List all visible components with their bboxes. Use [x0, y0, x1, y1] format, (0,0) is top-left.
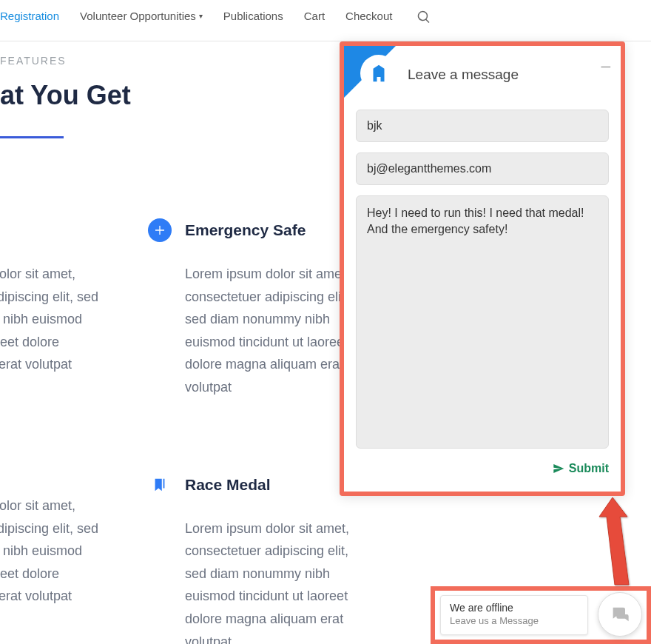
chat-footer: Submit [344, 452, 621, 486]
chat-body [344, 104, 621, 452]
feature-emergency: Emergency Safe Lorem ipsum dolor sit ame… [148, 218, 370, 399]
annotation-arrow [590, 497, 642, 597]
feature-col-right: Emergency Safe Lorem ipsum dolor sit ame… [148, 218, 370, 644]
bookmark-icon [148, 473, 172, 497]
chat-message-textarea[interactable] [356, 195, 609, 449]
feature-body: Lorem ipsum dolor sit amet, consectetuer… [185, 517, 370, 644]
feature-shirt: shirt psum dolor sit amet, etuer adipisc… [0, 450, 104, 608]
minimize-icon[interactable]: _ [601, 56, 610, 64]
nav-checkout[interactable]: Checkout [345, 10, 392, 22]
chat-header: Leave a message _ [344, 46, 621, 104]
feature-title: g App [0, 218, 98, 239]
offline-sub: Leave us a Message [450, 615, 579, 626]
feature-body: psum dolor sit amet, etuer adipiscing el… [0, 494, 98, 608]
feature-col-left: g App psum dolor sit amet, etuer adipisc… [0, 218, 104, 644]
chat-name-input[interactable] [356, 110, 609, 142]
nav-volunteer[interactable]: Volunteer Opportunities ▾ [80, 10, 203, 22]
top-nav: Registration Volunteer Opportunities ▾ P… [0, 0, 651, 41]
feature-body: psum dolor sit amet, etuer adipiscing el… [0, 263, 98, 376]
search-icon[interactable] [417, 10, 429, 22]
feature-app: g App psum dolor sit amet, etuer adipisc… [0, 218, 104, 376]
title-underline [0, 136, 64, 138]
submit-button[interactable]: Submit [553, 462, 609, 475]
nav-registration[interactable]: Registration [0, 10, 59, 22]
chat-email-input[interactable] [356, 152, 609, 185]
chat-title: Leave a message [408, 67, 519, 83]
chevron-down-icon: ▾ [199, 12, 203, 20]
feature-title: shirt [0, 450, 98, 471]
plus-icon [148, 218, 172, 242]
paper-plane-icon [553, 463, 564, 474]
chat-bubbles-icon [610, 604, 630, 625]
submit-label: Submit [569, 462, 609, 475]
building-icon [360, 55, 397, 92]
feature-medal: Race Medal Lorem ipsum dolor sit amet, c… [148, 473, 370, 644]
nav-publications[interactable]: Publications [223, 10, 283, 22]
offline-card[interactable]: We are offline Leave us a Message [440, 595, 588, 635]
nav-volunteer-label: Volunteer Opportunities [80, 10, 196, 22]
chat-fab[interactable] [598, 592, 642, 637]
chat-widget: Leave a message _ Submit [340, 41, 625, 496]
offline-title: We are offline [450, 602, 579, 614]
nav-cart[interactable]: Cart [304, 10, 325, 22]
